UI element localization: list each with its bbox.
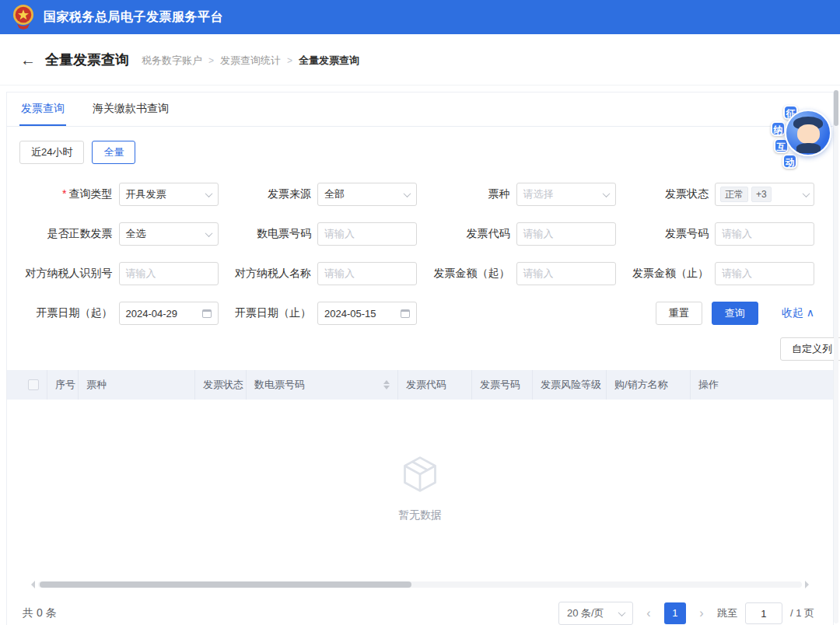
form-item-issue-date-from: 开票日期（起）2024-04-29 xyxy=(19,302,219,325)
prev-page-button[interactable]: ‹ xyxy=(641,606,656,620)
chevron-down-icon xyxy=(618,609,625,616)
form-item-query-type: *查询类型开具发票 xyxy=(19,183,219,206)
form-label-invoice-status: 发票状态 xyxy=(665,187,709,201)
positive-invoice-select[interactable]: 全选 xyxy=(119,222,219,246)
positive-invoice-value: 全选 xyxy=(126,227,146,241)
column-header-index: 序号 xyxy=(47,370,79,400)
tab-invoice-query[interactable]: 发票查询 xyxy=(19,94,66,126)
select-all-checkbox[interactable] xyxy=(28,379,39,390)
invoice-amount-from-input[interactable]: 请输入 xyxy=(516,262,616,285)
form-item-invoice-source: 发票来源全部 xyxy=(219,183,418,206)
form-item-positive-invoice: 是否正数发票全选 xyxy=(19,222,219,246)
breadcrumb-item[interactable]: 税务数字账户 xyxy=(142,54,202,68)
breadcrumb-item: 全量发票查询 xyxy=(299,54,359,68)
issue-date-from-value: 2024-04-29 xyxy=(126,308,178,319)
back-arrow-button[interactable]: ← xyxy=(20,52,36,68)
invoice-number-input[interactable]: 请输入 xyxy=(715,222,814,246)
mascot-char: 纳 xyxy=(771,121,786,136)
content-area: 发票查询海关缴款书查询 近24小时全量 *查询类型开具发票发票来源全部票种请选择… xyxy=(0,86,840,625)
form-item-counterparty-taxpayer-name: 对方纳税人名称请输入 xyxy=(219,262,418,285)
digital-invoice-number-value: 请输入 xyxy=(324,227,355,241)
invoice-status-select[interactable]: 正常+3 xyxy=(715,183,814,206)
scroll-left-icon[interactable] xyxy=(27,581,35,588)
vertical-scrollbar[interactable] xyxy=(834,90,838,623)
ticket-type-select[interactable]: 请选择 xyxy=(516,183,616,206)
invoice-amount-to-input[interactable]: 请输入 xyxy=(715,262,814,285)
invoice-code-input[interactable]: 请输入 xyxy=(516,222,616,246)
page-size-value: 20 条/页 xyxy=(567,606,604,620)
query-type-select[interactable]: 开具发票 xyxy=(119,183,219,206)
counterparty-taxpayer-name-input[interactable]: 请输入 xyxy=(317,262,417,285)
chevron-down-icon xyxy=(205,229,212,237)
empty-text: 暂无数据 xyxy=(398,508,442,522)
scrollbar-thumb[interactable] xyxy=(40,581,411,588)
range-button-full[interactable]: 全量 xyxy=(92,141,135,164)
counterparty-taxpayer-id-value: 请输入 xyxy=(126,267,156,281)
tab-customs-payment-query[interactable]: 海关缴款书查询 xyxy=(91,94,170,126)
counterparty-taxpayer-id-input[interactable]: 请输入 xyxy=(119,262,219,285)
form-item-invoice-amount-from: 发票金额（起）请输入 xyxy=(417,262,616,285)
column-header-operation: 操作 xyxy=(691,370,833,400)
form-label-counterparty-taxpayer-name: 对方纳税人名称 xyxy=(235,267,311,281)
form-label-invoice-source: 发票来源 xyxy=(268,187,311,201)
mascot-face xyxy=(797,124,820,144)
column-label: 发票代码 xyxy=(406,378,446,392)
form-label-invoice-amount-from: 发票金额（起） xyxy=(434,267,510,281)
custom-columns-button[interactable]: 自定义列 xyxy=(780,337,840,361)
form-item-counterparty-taxpayer-id: 对方纳税人识别号请输入 xyxy=(19,262,219,285)
column-header-invoice-status: 发票状态 xyxy=(195,370,247,400)
digital-invoice-number-input[interactable]: 请输入 xyxy=(317,222,417,246)
issue-date-to-date-picker[interactable]: 2024-05-15 xyxy=(317,302,417,325)
column-label: 发票风险等级 xyxy=(541,378,601,392)
issue-date-from-date-picker[interactable]: 2024-04-29 xyxy=(119,302,219,325)
scrollbar-track[interactable] xyxy=(38,581,802,588)
reset-button[interactable]: 重置 xyxy=(656,302,702,325)
column-label: 购/销方名称 xyxy=(614,378,668,392)
mascot-collar xyxy=(796,143,821,153)
page-1-button[interactable]: 1 xyxy=(664,602,686,624)
form-label-digital-invoice-number: 数电票号码 xyxy=(257,227,311,241)
column-label: 数电票号码 xyxy=(254,378,305,392)
column-header-ticket-type: 票种 xyxy=(79,370,195,400)
total-pages-label: / 1 页 xyxy=(790,606,814,620)
mascot-avatar-icon xyxy=(785,110,831,156)
breadcrumb: 税务数字账户>发票查询统计>全量发票查询 xyxy=(142,52,359,68)
calendar-icon xyxy=(401,309,410,318)
collapse-link[interactable]: 收起 ∧ xyxy=(782,306,814,320)
ticket-type-value: 请选择 xyxy=(523,187,554,201)
sort-asc-icon[interactable] xyxy=(383,380,390,384)
form-label-issue-date-to: 开票日期（止） xyxy=(235,306,311,320)
form-label-counterparty-taxpayer-id: 对方纳税人识别号 xyxy=(26,267,113,281)
chevron-down-icon xyxy=(404,190,411,197)
column-header-risk-level: 发票风险等级 xyxy=(533,370,607,400)
table-toolbar: 自定义列 xyxy=(7,337,840,361)
column-label: 票种 xyxy=(86,378,107,392)
scroll-right-icon[interactable] xyxy=(805,581,813,588)
app-header: 国家税务总局电子发票服务平台 xyxy=(0,0,840,34)
breadcrumb-separator: > xyxy=(287,55,292,66)
mascot-widget[interactable]: 征纳互动 xyxy=(760,105,833,173)
sort-icons[interactable] xyxy=(383,380,390,389)
form-label-issue-date-from: 开票日期（起） xyxy=(37,306,113,320)
sort-desc-icon[interactable] xyxy=(383,386,390,389)
status-tag[interactable]: 正常 xyxy=(720,187,748,202)
page-header-bar: ← 全量发票查询 税务数字账户>发票查询统计>全量发票查询 xyxy=(0,34,840,86)
table-header: 序号票种发票状态数电票号码发票代码发票号码发票风险等级购/销方名称操作 xyxy=(7,370,833,400)
breadcrumb-item[interactable]: 发票查询统计 xyxy=(220,54,281,68)
form-item-ticket-type: 票种请选择 xyxy=(417,183,616,206)
invoice-source-select[interactable]: 全部 xyxy=(317,183,417,206)
column-header-digital-number[interactable]: 数电票号码 xyxy=(247,370,398,400)
page-size-select[interactable]: 20 条/页 xyxy=(558,602,633,625)
chevron-down-icon xyxy=(205,190,212,197)
app-title: 国家税务总局电子发票服务平台 xyxy=(44,9,223,26)
chevron-down-icon xyxy=(602,190,610,197)
query-button[interactable]: 查询 xyxy=(712,302,758,325)
column-header-invoice-number: 发票号码 xyxy=(472,370,533,400)
jump-page-input[interactable] xyxy=(745,602,782,624)
column-label: 发票状态 xyxy=(203,378,243,392)
range-button-last-24h[interactable]: 近24小时 xyxy=(19,141,84,164)
vertical-scrollbar-thumb[interactable] xyxy=(834,90,838,126)
status-tag[interactable]: +3 xyxy=(751,187,772,202)
empty-box-icon xyxy=(400,454,440,494)
next-page-button[interactable]: › xyxy=(694,606,709,620)
